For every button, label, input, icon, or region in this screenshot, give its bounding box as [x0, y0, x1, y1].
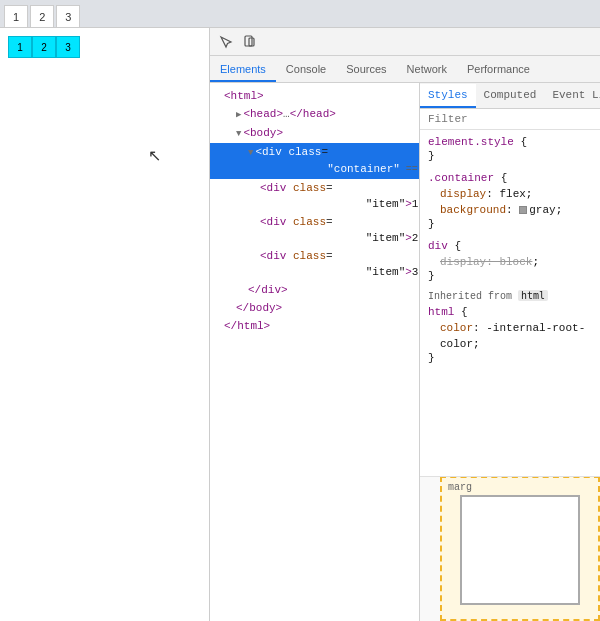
rule-div: div { display: block; } — [428, 238, 592, 282]
styles-panel: Styles Computed Event Listeners DOM Br… … — [420, 83, 600, 621]
inherited-label: Inherited from html — [428, 290, 592, 302]
device-icon[interactable] — [240, 32, 260, 52]
tab-network[interactable]: Network — [397, 57, 457, 82]
webpage-preview: 1 2 3 ↖ — [0, 28, 210, 621]
display-block-line: display: block; — [428, 254, 592, 270]
selector-div: div { — [428, 238, 592, 254]
tab-console[interactable]: Console — [276, 57, 336, 82]
tab-elements[interactable]: Elements — [210, 57, 276, 82]
item2-div: <div class= "item">2</div> — [210, 213, 419, 247]
main-layout: 1 2 3 ↖ Elements Console Sources Network… — [0, 28, 600, 621]
flex-demo: 1 2 3 — [8, 36, 201, 58]
container-rule-close: } — [428, 218, 592, 230]
rule-close-brace: } — [428, 150, 592, 162]
elements-panel[interactable]: <html> ▶<head>…</head> ▼<body> ▼<div cla… — [210, 83, 420, 621]
browser-tab-3[interactable]: 3 — [56, 5, 80, 27]
selector-container: .container { — [428, 170, 592, 186]
html-rule-close: } — [428, 352, 592, 364]
body-close: </body> — [210, 299, 419, 317]
background-gray-line: background: gray; — [428, 202, 592, 218]
tab-performance[interactable]: Performance — [457, 57, 540, 82]
css-rules: element.style { } .container { display: … — [420, 130, 600, 476]
flex-item-1: 1 — [8, 36, 32, 58]
container-close: </div> — [210, 281, 419, 299]
cursor-icon: ↖ — [148, 146, 161, 165]
display-flex-line: display: flex; — [428, 186, 592, 202]
item1-div: <div class= "item">1</div> — [210, 179, 419, 213]
browser-tabs: 1 2 3 — [0, 0, 600, 28]
head-tag: ▶<head>…</head> — [210, 105, 419, 124]
color-internal-line: color: -internal-root-color; — [428, 320, 592, 352]
devtools-panel: Elements Console Sources Network Perform… — [210, 28, 600, 621]
tab-sources[interactable]: Sources — [336, 57, 396, 82]
inspect-icon[interactable] — [216, 32, 236, 52]
devtools-toolbar — [210, 28, 600, 56]
rule-element-style: element.style { } — [428, 134, 592, 162]
selector-html: html { — [428, 304, 592, 320]
item3-div: <div class= "item">3</div> — [210, 247, 419, 281]
styles-subtabs: Styles Computed Event Listeners DOM Br… — [420, 83, 600, 109]
rule-inherited-html: Inherited from html html { color: -inter… — [428, 290, 592, 364]
body-tag: ▼<body> — [210, 124, 419, 143]
box-model-border — [460, 495, 580, 605]
html-close: </html> — [210, 317, 419, 335]
filter-input[interactable] — [428, 113, 592, 125]
devtools-main-tabs: Elements Console Sources Network Perform… — [210, 56, 600, 83]
flex-item-3: 3 — [56, 36, 80, 58]
margin-label: marg — [448, 482, 472, 493]
flex-item-2: 2 — [32, 36, 56, 58]
box-model-margin: marg — [440, 476, 600, 621]
browser-tab-2[interactable]: 2 — [30, 5, 54, 27]
devtools-body: <html> ▶<head>…</head> ▼<body> ▼<div cla… — [210, 83, 600, 621]
browser-tab-1[interactable]: 1 — [4, 5, 28, 27]
filter-bar — [420, 109, 600, 130]
subtab-computed[interactable]: Computed — [476, 84, 545, 108]
subtab-styles[interactable]: Styles — [420, 84, 476, 108]
rule-container: .container { display: flex; background: … — [428, 170, 592, 230]
box-model-area: marg — [420, 476, 600, 621]
div-rule-close: } — [428, 270, 592, 282]
selector-element-style: element.style { — [428, 134, 592, 150]
subtab-event-listeners[interactable]: Event Listeners — [544, 84, 600, 108]
html-tag: <html> — [210, 87, 419, 105]
color-swatch-gray — [519, 206, 527, 214]
container-div-selected[interactable]: ▼<div class= "container" == $0 — [210, 143, 419, 179]
